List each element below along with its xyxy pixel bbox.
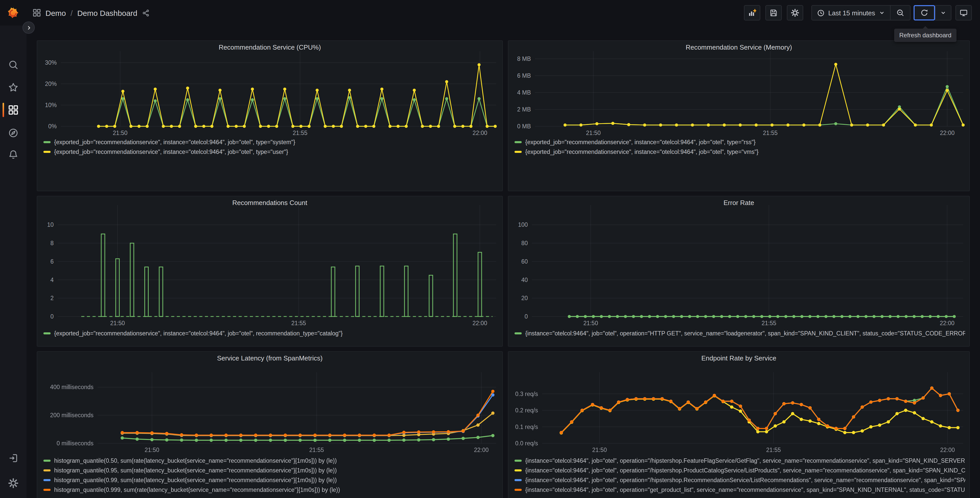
sidebar-item-alerting[interactable] [0,145,27,164]
chart-canvas[interactable]: 21:5021:5522:000246810 [37,196,502,346]
chart-recommendation-memory: 21:5021:5522:000 MB2 MB4 MB6 MB8 MB [508,41,969,191]
x-axis-tick-label: 21:50 [145,447,159,453]
panel-legend: {exported_job="recommendationservice", i… [514,138,965,155]
zoom-out-button[interactable] [890,6,910,20]
sidebar-item-settings[interactable] [0,474,27,492]
legend-item[interactable]: {instance="otelcol:9464", job="otel", op… [514,456,965,464]
legend-item[interactable]: {instance="otelcol:9464", job="otel", op… [514,476,965,484]
chart-error-rate: 21:5021:5522:00020406080100 [508,196,969,346]
legend-item[interactable]: {exported_job="recommendationservice", i… [43,138,498,146]
x-axis-tick-label: 22:00 [940,320,955,326]
breadcrumb: Demo / Demo Dashboard [33,0,150,26]
x-axis-tick-label: 21:55 [291,320,306,326]
series [568,315,956,318]
legend-item[interactable]: {instance="otelcol:9464", job="otel", op… [514,466,965,474]
panel-title[interactable]: Recommendations Count [37,199,502,207]
y-axis-tick-label: 0 [50,313,54,320]
legend-item[interactable]: histogram_quantile(0.99, sum(rate(latenc… [43,476,498,484]
legend-series-label: {exported_job="recommendationservice", i… [525,148,759,155]
share-icon[interactable] [142,9,150,17]
x-axis-tick-label: 21:50 [113,129,128,136]
x-axis-tick-label: 21:55 [763,129,778,136]
refresh-icon [920,9,928,17]
refresh-interval-dropdown[interactable] [935,5,951,21]
sidebar-item-dashboards[interactable] [0,101,27,119]
compass-icon [8,128,18,138]
chart-canvas[interactable]: 21:5021:5522:000%10%20%30% [37,41,502,191]
panel-title[interactable]: Service Latency (from SpanMetrics) [37,354,502,362]
x-axis-tick-label: 22:00 [473,320,487,326]
grid-lines [535,51,963,126]
grid-lines [58,205,496,316]
panel-title[interactable]: Recommendation Service (Memory) [508,43,969,51]
chevron-down-icon [879,10,885,16]
kiosk-mode-button[interactable] [956,5,972,21]
chevron-down-icon [940,10,946,16]
x-axis-tick-label: 21:50 [110,320,125,326]
save-dashboard-button[interactable] [765,5,782,21]
monitor-icon [959,9,968,17]
time-range-button[interactable]: Last 15 minutes [812,6,890,20]
legend-series-label: {exported_job="recommendationservice", i… [54,330,343,336]
panel-legend: histogram_quantile(0.50, sum(rate(latenc… [43,456,498,493]
x-axis-tick-label: 21:50 [586,129,601,136]
panel-title[interactable]: Error Rate [508,199,969,207]
panel-title[interactable]: Recommendation Service (CPU%) [37,43,502,51]
x-axis-tick-label: 21:55 [309,447,324,453]
sidebar-item-sign-in[interactable] [0,449,27,467]
dashboard-settings-button[interactable] [787,5,803,21]
grafana-logo[interactable] [6,6,20,19]
breadcrumb-page-title[interactable]: Demo Dashboard [77,8,137,17]
breadcrumb-section[interactable]: Demo [46,8,66,17]
panel-recommendation-cpu: 21:5021:5522:000%10%20%30% Recommendatio… [37,40,503,191]
y-axis-tick-label: 2 MB [517,106,531,113]
y-axis-tick-label: 2 [50,295,54,302]
legend-item[interactable]: histogram_quantile(0.999, sum(rate(laten… [43,486,498,493]
panel-recommendations-count: 21:5021:5522:000246810 Recommendations C… [37,196,503,346]
legend-series-label: {instance="otelcol:9464", job="otel", op… [525,330,965,336]
legend-item[interactable]: {exported_job="recommendationservice", i… [514,138,965,146]
breadcrumb-separator: / [70,8,73,17]
legend-series-marker [43,469,51,471]
chart-canvas[interactable]: 21:5021:5522:00020406080100 [508,196,969,346]
legend-series-marker [514,469,522,471]
chart-canvas[interactable]: 21:5021:5522:000 MB2 MB4 MB6 MB8 MB [508,41,969,191]
legend-series-label: {exported_job="recommendationservice", i… [54,148,288,155]
panel-title[interactable]: Endpoint Rate by Service [508,354,969,362]
sidebar-item-explore[interactable] [0,124,27,142]
legend-series-marker [514,488,522,491]
legend-item[interactable]: histogram_quantile(0.50, sum(rate(latenc… [43,456,498,464]
legend-item[interactable]: {exported_job="recommendationservice", i… [43,148,498,155]
sidebar: ? [0,26,27,498]
add-panel-button[interactable] [744,5,760,21]
add-panel-icon [748,9,756,17]
refresh-dashboard-button[interactable] [913,5,935,21]
legend-series-label: {instance="otelcol:9464", job="otel", op… [525,477,965,483]
sidebar-expand-button[interactable] [22,21,35,34]
sidebar-item-starred[interactable] [0,78,27,97]
y-axis-tick-label: 20 [521,295,528,302]
legend-series-marker [43,150,51,153]
grid-lines [61,51,496,126]
legend-item[interactable]: {exported_job="recommendationservice", i… [43,329,498,337]
x-axis-tick-label: 21:55 [762,320,776,326]
legend-item[interactable]: {exported_job="recommendationservice", i… [514,148,965,155]
legend-item[interactable]: {instance="otelcol:9464", job="otel", op… [514,486,965,493]
x-axis-tick-label: 22:00 [473,129,487,136]
y-axis-tick-label: 8 MB [517,56,531,62]
y-axis-tick-label: 20% [45,81,57,87]
x-axis-tick-label: 22:00 [940,447,955,453]
dashboards-grid-icon [33,9,41,17]
legend-item[interactable]: histogram_quantile(0.95, sum(rate(latenc… [43,466,498,474]
chart-recommendation-cpu: 21:5021:5522:000%10%20%30% [37,41,502,191]
y-axis-tick-label: 0 [525,313,528,320]
y-axis-tick-label: 0.2 req/s [515,407,538,413]
legend-item[interactable]: {instance="otelcol:9464", job="otel", op… [514,329,965,337]
y-axis-tick-label: 60 [521,258,528,265]
y-axis-tick-label: 100 [518,221,528,228]
y-axis-tick-label: 0.3 req/s [515,391,538,397]
y-axis-tick-label: 4 MB [517,89,531,96]
chart-recommendations-count: 21:5021:5522:000246810 [37,196,502,346]
sidebar-item-search[interactable] [0,56,27,74]
legend-series-label: histogram_quantile(0.50, sum(rate(latenc… [54,457,337,463]
